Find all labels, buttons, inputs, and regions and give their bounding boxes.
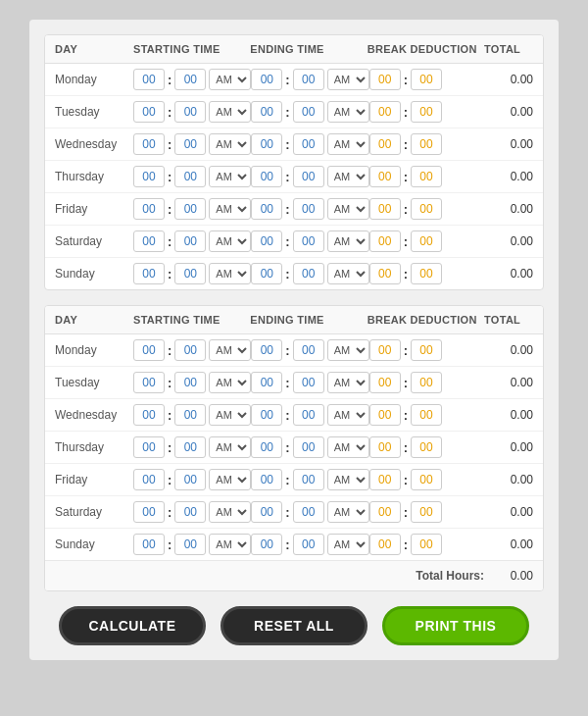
break-min-input[interactable] — [411, 263, 442, 284]
start-hour-input[interactable] — [133, 198, 165, 220]
end-ampm-select[interactable]: AM PM — [327, 436, 369, 458]
break-hour-input[interactable] — [369, 101, 401, 123]
end-hour-input[interactable] — [251, 69, 282, 90]
end-hour-input[interactable] — [251, 404, 282, 426]
start-hour-input[interactable] — [133, 372, 165, 393]
start-min-input[interactable] — [174, 230, 206, 252]
start-min-input[interactable] — [174, 339, 206, 361]
start-ampm-select[interactable]: AM PM — [209, 469, 251, 490]
end-min-input[interactable] — [293, 404, 324, 426]
break-hour-input[interactable] — [369, 166, 401, 187]
break-min-input[interactable] — [411, 436, 442, 458]
break-min-input[interactable] — [411, 372, 442, 393]
break-hour-input[interactable] — [369, 339, 401, 361]
end-min-input[interactable] — [293, 230, 324, 252]
start-hour-input[interactable] — [133, 263, 165, 284]
end-hour-input[interactable] — [251, 263, 282, 284]
break-min-input[interactable] — [411, 166, 442, 187]
start-min-input[interactable] — [174, 198, 206, 220]
break-min-input[interactable] — [411, 69, 442, 90]
break-min-input[interactable] — [411, 404, 442, 426]
start-ampm-select[interactable]: AM PM — [209, 534, 251, 555]
end-hour-input[interactable] — [251, 469, 282, 490]
end-hour-input[interactable] — [251, 534, 282, 555]
break-hour-input[interactable] — [369, 404, 401, 426]
print-button[interactable]: PRINT THIS — [382, 606, 529, 645]
break-min-input[interactable] — [411, 101, 442, 123]
start-min-input[interactable] — [174, 372, 206, 393]
end-min-input[interactable] — [293, 166, 324, 187]
end-ampm-select[interactable]: AM PM — [327, 339, 369, 361]
break-min-input[interactable] — [411, 469, 442, 490]
end-ampm-select[interactable]: AM PM — [327, 469, 369, 490]
start-ampm-select[interactable]: AM PM — [209, 372, 251, 393]
end-hour-input[interactable] — [251, 133, 282, 155]
start-ampm-select[interactable]: AM PM — [209, 436, 251, 458]
end-min-input[interactable] — [293, 469, 324, 490]
end-ampm-select[interactable]: AM PM — [327, 534, 369, 555]
calculate-button[interactable]: CALCULATE — [59, 606, 206, 645]
end-ampm-select[interactable]: AM PM — [327, 230, 369, 252]
end-ampm-select[interactable]: AM PM — [327, 501, 369, 523]
end-min-input[interactable] — [293, 69, 324, 90]
break-min-input[interactable] — [411, 198, 442, 220]
start-hour-input[interactable] — [133, 436, 165, 458]
end-ampm-select[interactable]: AM PM — [327, 69, 369, 90]
break-min-input[interactable] — [411, 230, 442, 252]
reset-button[interactable]: RESET ALL — [220, 606, 368, 645]
end-min-input[interactable] — [293, 501, 324, 523]
end-hour-input[interactable] — [251, 372, 282, 393]
start-ampm-select[interactable]: AM PM — [209, 198, 251, 220]
break-hour-input[interactable] — [369, 372, 401, 393]
start-min-input[interactable] — [174, 469, 206, 490]
start-ampm-select[interactable]: AM PM — [209, 101, 251, 123]
start-ampm-select[interactable]: AM PM — [209, 404, 251, 426]
end-ampm-select[interactable]: AM PM — [327, 133, 369, 155]
start-ampm-select[interactable]: AM PM — [209, 69, 251, 90]
end-ampm-select[interactable]: AM PM — [327, 404, 369, 426]
start-hour-input[interactable] — [133, 69, 165, 90]
start-hour-input[interactable] — [133, 534, 165, 555]
start-ampm-select[interactable]: AM PM — [209, 501, 251, 523]
start-min-input[interactable] — [174, 404, 206, 426]
start-ampm-select[interactable]: AM PM — [209, 339, 251, 361]
start-hour-input[interactable] — [133, 339, 165, 361]
end-ampm-select[interactable]: AM PM — [327, 166, 369, 187]
end-min-input[interactable] — [293, 198, 324, 220]
end-min-input[interactable] — [293, 436, 324, 458]
start-min-input[interactable] — [174, 133, 206, 155]
start-ampm-select[interactable]: AM PM — [209, 230, 251, 252]
end-min-input[interactable] — [293, 339, 324, 361]
start-min-input[interactable] — [174, 534, 206, 555]
start-hour-input[interactable] — [133, 230, 165, 252]
start-min-input[interactable] — [174, 436, 206, 458]
end-min-input[interactable] — [293, 101, 324, 123]
start-ampm-select[interactable]: AM PM — [209, 166, 251, 187]
start-min-input[interactable] — [174, 501, 206, 523]
break-min-input[interactable] — [411, 501, 442, 523]
start-ampm-select[interactable]: AM PM — [209, 133, 251, 155]
end-hour-input[interactable] — [251, 501, 282, 523]
start-min-input[interactable] — [174, 101, 206, 123]
break-min-input[interactable] — [411, 534, 442, 555]
end-ampm-select[interactable]: AM PM — [327, 372, 369, 393]
end-hour-input[interactable] — [251, 339, 282, 361]
break-hour-input[interactable] — [369, 469, 401, 490]
end-hour-input[interactable] — [251, 166, 282, 187]
start-min-input[interactable] — [174, 263, 206, 284]
start-ampm-select[interactable]: AM PM — [209, 263, 251, 284]
end-min-input[interactable] — [293, 133, 324, 155]
end-hour-input[interactable] — [251, 198, 282, 220]
break-hour-input[interactable] — [369, 133, 401, 155]
start-hour-input[interactable] — [133, 501, 165, 523]
start-hour-input[interactable] — [133, 404, 165, 426]
end-ampm-select[interactable]: AM PM — [327, 263, 369, 284]
start-min-input[interactable] — [174, 166, 206, 187]
end-ampm-select[interactable]: AM PM — [327, 101, 369, 123]
break-hour-input[interactable] — [369, 198, 401, 220]
end-min-input[interactable] — [293, 263, 324, 284]
start-hour-input[interactable] — [133, 469, 165, 490]
end-hour-input[interactable] — [251, 230, 282, 252]
break-min-input[interactable] — [411, 339, 442, 361]
start-hour-input[interactable] — [133, 166, 165, 187]
